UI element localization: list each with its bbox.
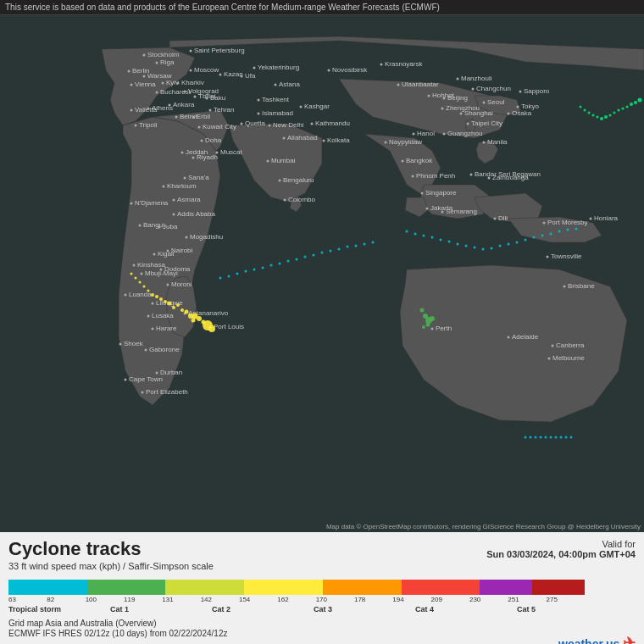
city-dot	[186, 236, 188, 239]
valid-for-block: Valid for Sun 03/03/2024, 04:00pm GMT+04	[486, 539, 636, 559]
track-dot	[159, 297, 163, 301]
city-dot	[190, 69, 192, 72]
city-dot	[201, 140, 203, 142]
track-dot	[430, 316, 435, 321]
track-dot	[321, 252, 324, 254]
track-dot	[630, 103, 633, 106]
city-dot	[385, 142, 387, 144]
scale-segment	[506, 580, 532, 595]
city-dot	[184, 91, 186, 93]
category-label: Tropical storm	[8, 605, 110, 613]
city-dot	[283, 137, 286, 140]
scale-numbers-row: 6382100119131142154162170178194209230251…	[8, 596, 585, 603]
track-dot	[406, 230, 408, 233]
track-dot	[155, 295, 158, 298]
scale-segment	[140, 580, 166, 595]
track-dot	[457, 243, 459, 246]
city-dot	[139, 225, 142, 227]
city-dot	[184, 177, 186, 180]
city-dot	[380, 64, 383, 66]
city-dot	[143, 54, 146, 57]
city-dot	[421, 192, 424, 195]
city-dot	[145, 349, 147, 352]
city-dot	[133, 264, 136, 267]
banner-text: This service is based on data and produc…	[5, 3, 440, 12]
city-dot	[216, 152, 219, 154]
valid-for-label: Valid for	[486, 539, 636, 549]
track-dot	[228, 275, 230, 278]
city-dot	[198, 126, 201, 129]
scale-segment	[165, 580, 192, 595]
city-dot	[517, 106, 519, 108]
city-dot	[457, 78, 459, 80]
track-dot	[622, 108, 625, 110]
city-dot	[443, 97, 446, 100]
scale-segment	[192, 580, 218, 595]
scale-number: 170	[316, 596, 354, 603]
weather-logo[interactable]: weather.us ✈	[558, 634, 636, 644]
city-dot	[311, 123, 314, 125]
track-dot	[245, 270, 247, 273]
track-dot	[338, 248, 341, 251]
city-dot	[219, 74, 222, 76]
track-dot	[172, 306, 175, 309]
city-dot	[284, 199, 286, 202]
track-dot	[236, 273, 239, 275]
scale-number: 178	[354, 596, 392, 603]
track-dot	[618, 109, 620, 112]
track-dot	[474, 247, 476, 249]
track-dot	[613, 112, 616, 114]
city-dot	[125, 294, 127, 297]
track-dot	[304, 256, 307, 258]
scale-segment	[114, 580, 140, 595]
city-dot	[209, 109, 212, 112]
track-dot	[482, 248, 485, 251]
scale-segment	[244, 580, 270, 595]
track-dot	[431, 236, 434, 239]
track-dot	[592, 114, 595, 117]
city-dot	[328, 69, 330, 72]
track-dot	[597, 116, 599, 119]
city-dot	[564, 286, 566, 288]
track-dot	[164, 300, 167, 303]
city-dot	[141, 273, 143, 275]
scale-number: 162	[277, 596, 315, 603]
logo-text: weather	[558, 637, 602, 644]
city-dot	[547, 256, 549, 258]
scale-number: 154	[239, 596, 277, 603]
city-dot	[156, 372, 158, 375]
city-dot	[275, 84, 277, 86]
city-dot	[194, 96, 197, 98]
scale-number: 119	[124, 596, 162, 603]
scale-segment	[558, 580, 585, 595]
city-dot	[300, 106, 303, 108]
city-dot	[160, 269, 163, 271]
city-dot	[192, 157, 195, 159]
city-dot	[130, 109, 133, 112]
city-dot	[483, 102, 486, 104]
map-attribution: Map data © OpenStreetMap contributors, r…	[326, 523, 641, 530]
track-dot	[279, 263, 281, 265]
track-dot	[580, 106, 582, 108]
scale-segment	[87, 580, 114, 595]
track-dot	[414, 233, 417, 236]
city-dot	[412, 175, 414, 178]
scale-segment	[218, 580, 244, 595]
track-dot	[143, 286, 146, 288]
scale-number: 100	[86, 596, 124, 603]
ecmwf-label: ECMWF IFS HRES 02/12z (10 days) from 02/…	[8, 629, 636, 638]
track-dot	[130, 273, 133, 275]
track-dot	[530, 436, 532, 439]
city-dot	[177, 82, 180, 85]
scale-segment	[402, 580, 428, 595]
scale-segment	[61, 580, 87, 595]
track-dot	[550, 436, 552, 439]
track-dot	[499, 245, 502, 247]
track-dot	[448, 241, 451, 243]
track-dot	[330, 250, 332, 253]
track-dot	[541, 235, 544, 237]
track-dot	[508, 243, 510, 246]
city-dot	[190, 50, 192, 53]
track-dot	[567, 229, 569, 231]
city-dot	[192, 116, 195, 119]
